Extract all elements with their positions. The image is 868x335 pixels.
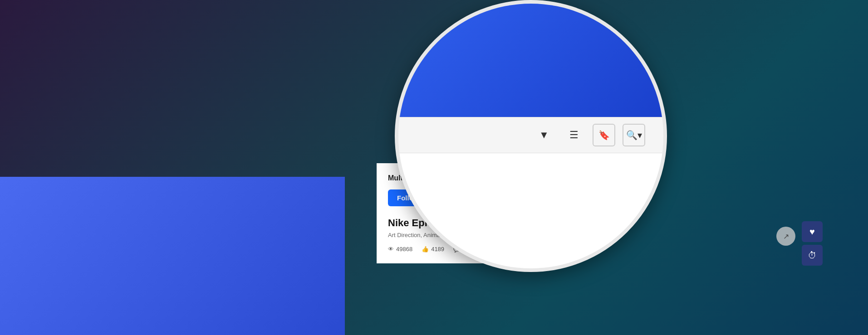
- magnify-toolbar: ▼ ☰ 🔖 🔍▾: [398, 117, 663, 153]
- clock-icon: ⏱: [808, 250, 817, 261]
- search-icon: 🔍▾: [626, 130, 642, 141]
- heart-icon: ♥: [809, 227, 815, 237]
- heart-button[interactable]: ♥: [802, 221, 823, 242]
- search-toolbar-icon[interactable]: 🔍▾: [623, 124, 645, 146]
- action-buttons-panel: ♥ ⏱: [802, 221, 823, 266]
- bookmark-toolbar-icon[interactable]: 🔖: [593, 124, 615, 146]
- likes-count: 4189: [431, 246, 444, 252]
- bookmark-icon: 🔖: [598, 130, 610, 141]
- menu-toolbar-icon[interactable]: ☰: [563, 124, 585, 146]
- dropdown-icon: ▼: [539, 129, 549, 141]
- views-icon: 👁: [388, 246, 394, 252]
- views-count: 49868: [396, 246, 412, 252]
- likes-stat: 👍 4189: [422, 246, 444, 252]
- likes-icon: 👍: [422, 246, 429, 252]
- views-stat: 👁 49868: [388, 246, 412, 252]
- expand-button[interactable]: ↗: [776, 227, 795, 246]
- expand-icon: ↗: [783, 232, 789, 241]
- menu-lines-icon: ☰: [569, 129, 579, 141]
- clock-button[interactable]: ⏱: [802, 245, 823, 266]
- project-preview-area: [0, 177, 345, 335]
- dropdown-toolbar-icon[interactable]: ▼: [533, 124, 555, 146]
- magnify-circle: ▼ ☰ 🔖 🔍▾: [395, 0, 667, 272]
